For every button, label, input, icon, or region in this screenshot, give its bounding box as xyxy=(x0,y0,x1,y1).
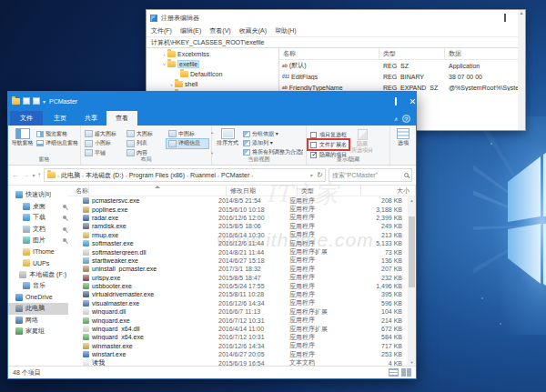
layout-option[interactable]: 超大图标 xyxy=(83,129,125,139)
sidebar-item[interactable]: 家庭组 xyxy=(8,326,68,337)
registry-tree-node[interactable]: › shell xyxy=(147,79,278,89)
navigation-pane-button[interactable]: 导航窗格 xyxy=(10,127,35,157)
registry-menu-item[interactable]: 查看(V) xyxy=(209,26,230,35)
sidebar-item[interactable]: UUPs xyxy=(8,257,68,269)
tree-expander-icon[interactable]: › xyxy=(161,52,167,57)
close-button[interactable] xyxy=(402,92,416,110)
scrollbar-thumb[interactable] xyxy=(409,216,415,287)
search-input[interactable]: 搜索"PCMaster" xyxy=(329,168,412,182)
maximize-button[interactable] xyxy=(389,92,402,110)
tab-share[interactable]: 共享 xyxy=(76,111,106,126)
sidebar-item[interactable]: 下载 xyxy=(8,212,68,224)
up-icon[interactable] xyxy=(37,171,41,179)
tab-file[interactable]: 文件 xyxy=(10,111,43,126)
quick-access-properties-icon[interactable] xyxy=(23,97,30,105)
sort-by-button[interactable]: 排序方式 xyxy=(214,127,241,157)
hide-selected-items-button[interactable]: 隐藏 所选项目 xyxy=(350,127,374,159)
registry-value-row[interactable]: 011 EditFlags REG_BINARY 38 07 00 00 xyxy=(279,71,525,82)
thumbnail-view-toggle-icon[interactable] xyxy=(401,368,411,377)
details-pane-button[interactable]: 详细信息窗格 xyxy=(36,139,78,147)
column-header-date[interactable]: 修改日期 xyxy=(227,186,298,196)
breadcrumb[interactable]: › 此电脑 › 本地磁盘 (D:) › Program Files (x86) … xyxy=(44,168,326,182)
breadcrumb-segment[interactable]: 此电脑 xyxy=(61,171,80,180)
file-row[interactable]: winguard_x64.exe 2016/7/12 10:31 应用程序 58… xyxy=(68,333,408,341)
show-hide-checkbox[interactable]: 项目复选框 xyxy=(308,130,349,139)
address-dropdown-icon[interactable] xyxy=(309,172,312,178)
registry-value-row[interactable]: ab (默认) REG_SZ Application xyxy=(279,60,525,71)
registry-menu-item[interactable]: 收藏夹(A) xyxy=(239,26,267,35)
layout-option[interactable]: 大图标 xyxy=(125,129,167,139)
preview-pane-button[interactable]: 预览窗格 xyxy=(36,130,78,138)
layout-option[interactable]: 小图标 xyxy=(83,139,125,149)
recent-locations-icon[interactable] xyxy=(32,172,35,178)
sidebar-item[interactable]: OneDrive xyxy=(8,292,68,304)
registry-menu-item[interactable]: 编辑(E) xyxy=(180,26,201,35)
column-header-name[interactable]: 名称 xyxy=(68,186,227,196)
registry-tree-node[interactable]: DefaultIcon xyxy=(147,69,278,79)
current-view-option[interactable]: 添加列 ▾ xyxy=(243,139,303,147)
collapse-ribbon-icon[interactable] xyxy=(394,116,398,122)
checkbox-icon[interactable] xyxy=(310,132,317,138)
breadcrumb-segment[interactable]: PCMaster xyxy=(221,172,249,178)
file-row[interactable]: pcmastersvc.exe 2014/8/5 21:54 应用程序 208 … xyxy=(68,196,408,205)
file-list-scrollbar[interactable]: ▲ ▼ xyxy=(408,196,416,366)
breadcrumb-segment[interactable]: Program Files (x86) xyxy=(129,172,185,178)
file-row[interactable]: winguard.exe 2016/7/12 10:31 应用程序 214 KB xyxy=(68,316,408,324)
registry-tree-node[interactable]: ˅ exefile xyxy=(147,59,278,69)
options-button[interactable]: 选项 xyxy=(392,127,414,157)
minimize-button[interactable] xyxy=(484,10,498,25)
file-row[interactable]: poplines.exe 2015/6/10 10:18 应用程序 3,188 … xyxy=(68,205,408,213)
file-row[interactable]: uninstall_pcmaster.exe 2017/3/1 18:32 应用… xyxy=(68,265,408,273)
back-icon[interactable] xyxy=(12,171,19,179)
file-row[interactable]: winmaster.exe 2016/12/6 14:34 应用程序 717 K… xyxy=(68,342,408,350)
breadcrumb-segment[interactable]: Ruanmei xyxy=(190,172,216,178)
registry-tree-scrollbar[interactable]: ▲ xyxy=(518,48,525,130)
layout-option[interactable]: 中图标 xyxy=(167,129,208,139)
sidebar-item[interactable]: 文档 xyxy=(8,224,68,236)
file-row[interactable]: softmastergreen.dll 2014/8/21 11:44 应用程序… xyxy=(68,247,408,256)
file-row[interactable]: rmup.exe 2016/6/14 10:30 应用程序 213 KB xyxy=(68,231,408,239)
forward-icon[interactable] xyxy=(22,171,29,179)
quick-access-newfolder-icon[interactable] xyxy=(33,97,40,105)
column-header-name[interactable]: 名称 xyxy=(279,48,379,59)
file-row[interactable]: winstart.exe 2014/6/27 20:05 应用程序 253 KB xyxy=(68,350,408,358)
column-header-type[interactable]: 类型 xyxy=(298,186,361,196)
registry-tree-node[interactable]: › Excelxmlss xyxy=(147,49,278,59)
file-row[interactable]: ramdisk.exe 2015/8/5 18:06 应用程序 249 KB xyxy=(68,222,408,230)
minimize-button[interactable] xyxy=(375,92,389,110)
column-header-data[interactable]: 数据 xyxy=(445,48,525,59)
tree-expander-icon[interactable]: ˅ xyxy=(161,62,167,67)
help-icon[interactable]: ? xyxy=(402,115,410,123)
column-header-type[interactable]: 类型 xyxy=(379,48,445,59)
file-row[interactable]: urlspy.exe 2015/8/5 18:47 应用程序 232 KB xyxy=(68,274,408,282)
file-row[interactable]: softmaster.exe 2016/12/6 11:44 应用程序 5,13… xyxy=(68,239,408,247)
registry-menu-item[interactable]: 帮助(H) xyxy=(275,26,297,35)
quick-access-dropdown-icon[interactable] xyxy=(43,98,46,105)
sidebar-item[interactable]: 此电脑 xyxy=(8,303,68,315)
tab-view[interactable]: 查看 xyxy=(106,111,137,126)
sidebar-item[interactable]: IThome xyxy=(8,246,68,258)
tab-home[interactable]: 主页 xyxy=(45,111,76,126)
file-row[interactable]: radar.exe 2016/12/6 12:00 应用程序 2,399 KB xyxy=(68,214,408,222)
sidebar-item[interactable]: 图片 xyxy=(8,235,68,246)
checkbox-icon[interactable] xyxy=(310,142,317,148)
registry-address-bar[interactable]: 计算机\HKEY_CLASSES_ROOT\exefile xyxy=(147,37,525,48)
file-row[interactable]: 读我 2015/6/19 16:54 文本文档 4 KB xyxy=(68,358,408,366)
tree-expander-icon[interactable]: › xyxy=(168,82,175,87)
file-row[interactable]: winguard_x64.dll 2016/4/14 11:00 应用程序扩展 … xyxy=(68,325,408,333)
maximize-button[interactable] xyxy=(498,10,511,25)
file-row[interactable]: visualmaster.exe 2016/12/6 14:34 应用程序 59… xyxy=(68,299,408,307)
file-row[interactable]: winguard.dll 2016/6/7 11:13 应用程序扩展 104 K… xyxy=(68,307,408,316)
file-row[interactable]: usbbooter.exe 2016/5/24 17:55 应用程序 1,496… xyxy=(68,282,408,290)
sidebar-item[interactable]: 本地磁盘 (F:) xyxy=(8,269,68,281)
sidebar-item[interactable]: 桌面 xyxy=(8,201,68,213)
sidebar-item[interactable]: 网络 xyxy=(8,315,68,327)
registry-menu-item[interactable]: 文件(F) xyxy=(151,26,172,35)
sidebar-item[interactable]: 音乐 xyxy=(8,280,68,292)
sidebar-item[interactable]: 快速访问 xyxy=(8,189,68,201)
file-row[interactable]: starttweaker.exe 2014/6/27 15:18 应用程序 13… xyxy=(68,256,408,265)
refresh-icon[interactable] xyxy=(316,171,322,179)
breadcrumb-segment[interactable]: 本地磁盘 (D:) xyxy=(86,171,124,180)
current-view-option[interactable]: 分组依据 ▾ xyxy=(243,130,303,138)
layout-option[interactable]: 列表 xyxy=(125,139,167,149)
